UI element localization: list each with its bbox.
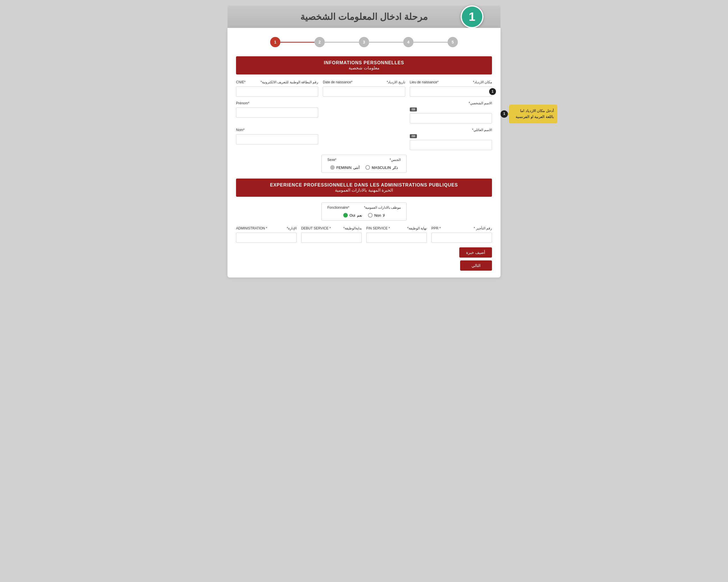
- sexe-label-ar: الجنس*: [390, 158, 401, 162]
- gender-label-row: Sexe* الجنس*: [327, 158, 401, 163]
- debut-input[interactable]: [301, 233, 362, 243]
- birth-place-label-row: Lieu de naissance* مكان الازدياد*: [410, 80, 492, 85]
- progress-step-2[interactable]: 2: [314, 37, 325, 47]
- section1-ar-title: معلومات شخصية: [242, 65, 486, 71]
- fonc-section: Fonctionnaire* موظف بالادارات العمومية* …: [236, 203, 492, 221]
- section2-header: EXPERIENCE PROFESSIONNELLE DANS LES ADMI…: [236, 179, 492, 197]
- ppr-group: PPR * رقم التأجير *: [432, 226, 492, 243]
- dob-label-row: Date de naissance* تاريخ الازدياد*: [323, 80, 405, 85]
- fonc-options: Oui نعم Non لا: [327, 213, 401, 217]
- fin-label-fr: FIN SERVICE *: [366, 226, 390, 230]
- oui-label-ar: نعم: [357, 213, 362, 217]
- progress-bar: 1 2 3 4 5: [236, 35, 492, 50]
- oui-option[interactable]: Oui نعم: [343, 213, 362, 217]
- prenom-label-ar: الاسم الشخصي*: [410, 101, 492, 105]
- fin-label-ar: نهاية الوظيفة*: [407, 226, 427, 230]
- admin-row: ADMINISTRATION * الإدارة* DEBUT SERVICE …: [236, 226, 492, 243]
- page-title: مرحلة ادخال المعلومات الشخصية: [300, 11, 428, 22]
- section2-ar-title: الخبرة المهنية بالادارات العمومية: [242, 188, 486, 193]
- next-button[interactable]: التالي: [460, 260, 492, 271]
- nom-label-fr: Nom*: [236, 128, 244, 132]
- birth-place-input[interactable]: [410, 86, 492, 97]
- admin-label-fr: ADMINISTRATION *: [236, 226, 267, 230]
- progress-line-4: [414, 42, 448, 43]
- debut-label-fr: DEBUT SERVICE *: [301, 226, 331, 230]
- gender-options: FEMININ أنثى MASCULIN ذكر: [327, 165, 401, 170]
- ppr-input[interactable]: [432, 233, 492, 243]
- masculin-label-fr: MASCULIN: [372, 165, 391, 170]
- add-experience-button[interactable]: أضيف خبرة: [459, 247, 492, 258]
- section2-fr-title: EXPERIENCE PROFESSIONNELLE DANS LES ADMI…: [242, 183, 486, 188]
- prenom-ar-input[interactable]: [410, 113, 492, 124]
- gender-section: Sexe* الجنس* FEMININ أنثى MASCULIN ذكر: [236, 155, 492, 173]
- ppr-label-fr: PPR *: [432, 226, 441, 230]
- fonc-label-row: Fonctionnaire* موظف بالادارات العمومية*: [327, 206, 401, 211]
- oui-label-fr: Oui: [349, 213, 355, 217]
- row-cnie-dob-birth: CNIE* رقم البطاقة الوطنية للتعريف الالكت…: [236, 80, 492, 97]
- admin-group: ADMINISTRATION * الإدارة*: [236, 226, 296, 243]
- admin-label-row: ADMINISTRATION * الإدارة*: [236, 226, 296, 232]
- admin-input[interactable]: [236, 233, 296, 243]
- nom-keyboard-btn[interactable]: ⌨: [410, 134, 417, 138]
- fin-input[interactable]: [366, 233, 427, 243]
- cnie-label-ar: رقم البطاقة الوطنية للتعريف الالكترونية*: [260, 80, 318, 84]
- gender-box: Sexe* الجنس* FEMININ أنثى MASCULIN ذكر: [321, 155, 407, 173]
- ppr-label-row: PPR * رقم التأجير *: [432, 226, 492, 232]
- prenom-label-row: Prénom*: [236, 101, 318, 106]
- dob-group: Date de naissance* تاريخ الازدياد*: [323, 80, 405, 97]
- masculin-label-ar: ذكر: [392, 165, 398, 170]
- non-option[interactable]: Non لا: [368, 213, 385, 217]
- masculin-radio[interactable]: [365, 165, 370, 170]
- fonc-label-ar: موظف بالادارات العمومية*: [364, 206, 401, 210]
- sexe-label-fr: Sexe*: [327, 158, 336, 162]
- admin-label-ar: الإدارة*: [287, 226, 296, 230]
- masculin-option[interactable]: MASCULIN ذكر: [365, 165, 398, 170]
- feminin-option[interactable]: FEMININ أنثى: [330, 165, 360, 170]
- prenom-fr-group: Prénom*: [236, 101, 318, 118]
- nom-ar-group: الاسم العائلي* ⌨: [410, 128, 492, 150]
- progress-step-3[interactable]: 3: [359, 37, 369, 47]
- dob-label-ar: تاريخ الازدياد*: [387, 80, 405, 84]
- dob-label-fr: Date de naissance*: [323, 80, 352, 84]
- progress-line-2: [325, 42, 359, 43]
- feminin-radio[interactable]: [330, 165, 335, 170]
- header-section: مرحلة ادخال المعلومات الشخصية 1: [228, 6, 500, 28]
- tooltip-text: أدخل مكان الازدياد اما باللغة العربية او…: [516, 109, 554, 119]
- birth-place-label-ar: مكان الازدياد*: [473, 80, 492, 84]
- prenom-ar-group: الاسم الشخصي* ⌨: [410, 101, 492, 124]
- tooltip-box: 1 أدخل مكان الازدياد اما باللغة العربية …: [509, 105, 557, 124]
- birth-place-label-fr: Lieu de naissance*: [410, 80, 439, 84]
- debut-group: DEBUT SERVICE * بدايةالوظيفة*: [301, 226, 362, 243]
- birth-place-badge: 1: [489, 88, 496, 95]
- progress-step-5[interactable]: 5: [448, 37, 458, 47]
- cnie-group: CNIE* رقم البطاقة الوطنية للتعريف الالكت…: [236, 80, 318, 97]
- non-radio[interactable]: [368, 213, 372, 217]
- birth-place-group: Lieu de naissance* مكان الازدياد* 1: [410, 80, 492, 97]
- prenom-keyboard-row: ⌨: [410, 107, 492, 112]
- prenom-fr-input[interactable]: [236, 107, 318, 118]
- feminin-label-fr: FEMININ: [336, 165, 352, 170]
- cnie-input[interactable]: [236, 86, 318, 97]
- form-container: 1 أدخل مكان الازدياد اما باللغة العربية …: [228, 28, 500, 277]
- nom-ar-input[interactable]: [410, 140, 492, 150]
- nom-fr-input[interactable]: [236, 134, 318, 144]
- feminin-label-ar: أنثى: [353, 165, 360, 170]
- section1-header: INFORMATIONS PERSONNELLES معلومات شخصية: [236, 56, 492, 75]
- cnie-label-fr: CNIE*: [236, 80, 245, 84]
- cnie-label-row: CNIE* رقم البطاقة الوطنية للتعريف الالكت…: [236, 80, 318, 85]
- row-nom: Nom* الاسم العائلي* ⌨: [236, 128, 492, 150]
- step-badge: 1: [461, 5, 484, 28]
- fin-group: FIN SERVICE * نهاية الوظيفة*: [366, 226, 427, 243]
- row-prenom: Prénom* الاسم الشخصي* ⌨: [236, 101, 492, 124]
- progress-step-1[interactable]: 1: [270, 37, 280, 47]
- non-label-fr: Non: [374, 213, 381, 217]
- prenom-keyboard-btn[interactable]: ⌨: [410, 107, 417, 111]
- progress-step-4[interactable]: 4: [403, 37, 414, 47]
- oui-radio[interactable]: [343, 213, 348, 217]
- birth-place-input-wrapper: 1: [410, 86, 492, 97]
- progress-line-1: [280, 42, 314, 43]
- dob-input[interactable]: [323, 86, 405, 97]
- fonc-label-fr: Fonctionnaire*: [327, 206, 349, 210]
- ppr-label-ar: رقم التأجير *: [474, 226, 492, 230]
- section1-fr-title: INFORMATIONS PERSONNELLES: [242, 60, 486, 65]
